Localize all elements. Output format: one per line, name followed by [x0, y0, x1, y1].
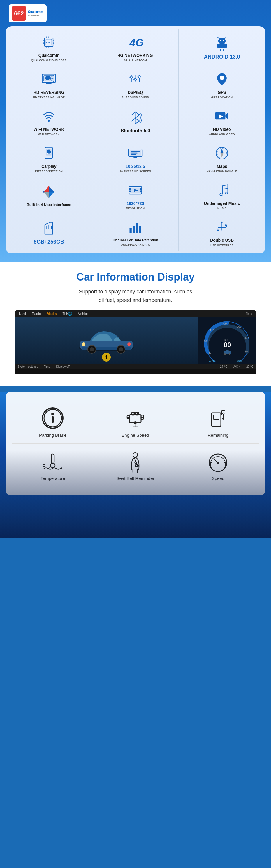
feature-resolution: 1920*720 Resolution: [92, 177, 179, 214]
svg-rect-77: [140, 189, 142, 191]
speedometer-svg: 40 80 120 160 200 240 280 km/h 00: [200, 319, 255, 363]
feature-carplay: Carplay INTERCONNECTION: [6, 140, 92, 177]
carplay-subtitle: INTERCONNECTION: [35, 170, 63, 174]
feature-music: Undamaged Music MUSIC: [179, 177, 265, 214]
carplay-title: Carplay: [41, 164, 56, 169]
music-title: Undamaged Music: [204, 201, 240, 206]
carplay-icon: [40, 145, 58, 161]
screen-title: 10.25/12.5: [126, 164, 145, 169]
city-section: Parking Brake: [0, 392, 271, 537]
svg-point-153: [133, 453, 138, 457]
wifi-subtitle: WIFI NETWORK: [38, 133, 60, 136]
svg-marker-99: [221, 221, 223, 223]
feature-hd-reversing: HD REVERSING HD REVERSING IMAGE: [6, 66, 92, 103]
info-parking-brake: Parking Brake: [12, 401, 94, 444]
svg-rect-73: [129, 188, 130, 189]
feature-interfaces: Built-in 4 User Interfaces: [6, 177, 92, 214]
svg-text:300: 300: [238, 360, 242, 363]
svg-rect-90: [136, 223, 138, 233]
speedometer-icon: [206, 450, 230, 473]
svg-point-163: [217, 462, 219, 464]
svg-point-40: [130, 76, 132, 79]
eq-icon: [126, 71, 144, 87]
svg-rect-53: [48, 150, 50, 152]
features-section: 662 Qualcomm snapdragon: [0, 0, 271, 262]
display-off: Display off: [56, 365, 70, 368]
cardata-icon: [126, 220, 144, 236]
svg-rect-89: [132, 225, 134, 233]
feature-bluetooth: Bluetooth 5.0: [92, 103, 179, 140]
nav-vehicle: Vehicle: [78, 312, 89, 316]
svg-point-108: [127, 342, 131, 346]
svg-rect-127: [52, 416, 54, 423]
feature-android: ANDROID 13.0: [179, 29, 265, 66]
feature-storage: 8GB+256GB: [6, 214, 92, 251]
chip-number: 662: [12, 6, 26, 21]
interfaces-icon: [40, 184, 58, 200]
svg-point-45: [220, 76, 224, 80]
svg-text:-40°C: -40°C: [208, 360, 215, 363]
qualcomm-subtitle: QUALCOMM EIGHT-CORE: [31, 59, 67, 62]
info-remaining: Remaining: [177, 401, 259, 444]
usb-icon: [213, 219, 231, 235]
chip-brand: Qualcomm snapdragon: [28, 10, 43, 17]
svg-rect-143: [221, 410, 225, 414]
hdvideo-title: HD Video: [213, 127, 231, 132]
time-display: Time: [44, 365, 51, 368]
svg-point-149: [51, 463, 55, 468]
svg-rect-76: [140, 188, 142, 189]
resolution-icon: [126, 182, 144, 198]
svg-point-30: [45, 79, 46, 81]
svg-text:4G: 4G: [129, 37, 143, 49]
info-speed: Speed: [177, 444, 259, 487]
qualcomm-title: Qualcomm: [38, 53, 59, 58]
nav-radio: Radio: [32, 312, 41, 316]
maps-icon: [213, 145, 231, 161]
nav-media: Media: [47, 312, 57, 316]
dsp-subtitle: SURROUND SOUND: [122, 96, 149, 99]
svg-point-46: [48, 120, 50, 122]
svg-point-18: [222, 40, 224, 41]
feature-wifi: WIFI NETWORK WIFI NETWORK: [6, 103, 92, 140]
gps-title: GPS: [218, 90, 227, 95]
svg-point-17: [220, 40, 221, 41]
car-silhouette: [74, 326, 139, 355]
svg-rect-91: [139, 226, 141, 233]
maps-subtitle: NAVIGATION DONGLE: [207, 170, 237, 174]
parking-icon: [41, 406, 64, 430]
svg-point-145: [222, 418, 224, 420]
feature-cardata: Original Car Data Retention ORIGINAL CAR…: [92, 214, 179, 251]
wifi-icon: [40, 108, 58, 124]
feature-qualcomm: CPU Qualcomm QUALCOMM EIGHT-CORE: [6, 29, 92, 66]
music-subtitle: MUSIC: [217, 207, 227, 210]
cardata-title: Original Car Data Retention: [113, 238, 158, 243]
screen-subtitle: 10.25/12.5 HD SCREEN: [119, 170, 151, 174]
car-info-title: Car Information Display: [12, 271, 259, 283]
gps-icon: [213, 71, 231, 87]
svg-point-104: [90, 347, 94, 351]
usb-title: Double USB: [210, 238, 234, 243]
info-icons-card: Parking Brake: [6, 392, 265, 495]
svg-rect-141: [213, 415, 219, 419]
system-settings: System settings: [18, 365, 38, 368]
android-icon: [213, 35, 231, 51]
dashboard-screen: Navi Radio Media Tel/🌐 Vehicle Time: [14, 310, 257, 374]
svg-point-121: [229, 353, 231, 355]
svg-text:240: 240: [245, 337, 249, 340]
hd-reversing-subtitle: HD REVERSING IMAGE: [33, 96, 65, 99]
bluetooth-icon: [126, 110, 144, 126]
temp-right: 27 °C: [246, 365, 253, 368]
nav-navi: Navi: [19, 312, 26, 316]
temp-icon: [41, 450, 64, 473]
fuel-icon: [206, 406, 230, 430]
svg-rect-148: [51, 454, 54, 463]
svg-point-126: [51, 412, 54, 415]
svg-point-42: [134, 79, 137, 81]
feature-usb: Double USB USB INTERFACE: [179, 214, 265, 251]
svg-rect-24: [220, 49, 221, 51]
svg-point-54: [47, 153, 48, 154]
feature-hdvideo: HD Video AUDIO AND VIDEO: [179, 103, 265, 140]
svg-rect-88: [129, 228, 131, 233]
svg-rect-78: [140, 191, 142, 192]
dash-nav: Navi Radio Media Tel/🌐 Vehicle Time: [14, 310, 257, 317]
